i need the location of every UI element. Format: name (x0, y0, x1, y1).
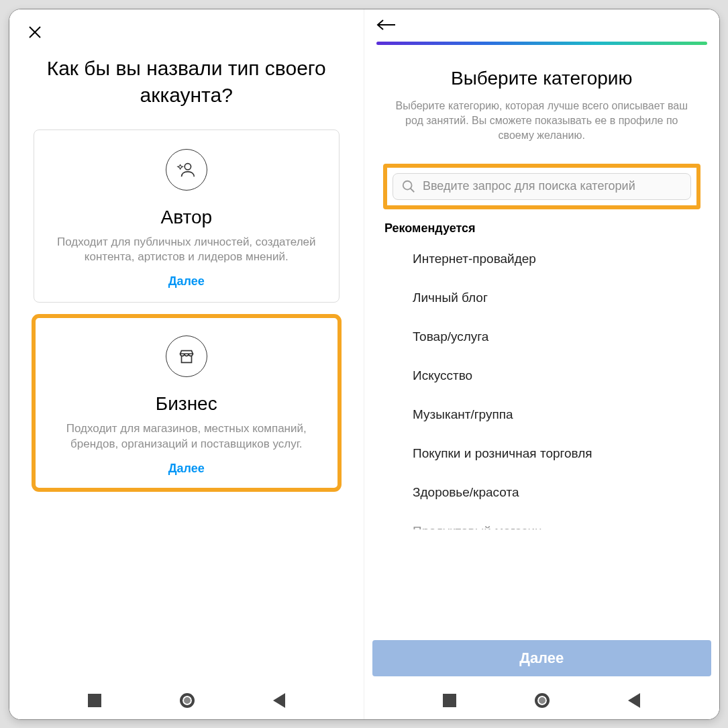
search-box[interactable] (393, 173, 691, 200)
close-button[interactable] (25, 23, 44, 42)
card-next-link[interactable]: Далее (48, 274, 326, 289)
search-highlight (383, 164, 700, 209)
category-item[interactable]: Музыкант/группа (383, 395, 700, 434)
search-icon (401, 179, 416, 194)
category-item[interactable]: Товар/услуга (383, 317, 700, 356)
nav-home-icon[interactable] (180, 693, 195, 708)
nav-back-icon[interactable] (628, 693, 640, 708)
card-title: Автор (48, 207, 326, 228)
category-search-input[interactable] (423, 179, 682, 193)
card-creator[interactable]: Автор Подходит для публичных личностей, … (34, 129, 340, 303)
card-next-link[interactable]: Далее (48, 462, 326, 476)
card-desc: Подходит для магазинов, местных компаний… (48, 421, 326, 452)
category-item[interactable]: Здоровье/красота (383, 473, 700, 512)
store-icon (166, 335, 207, 377)
next-button[interactable]: Далее (372, 640, 711, 676)
svg-point-2 (185, 163, 191, 169)
android-nav-bar (9, 682, 364, 719)
category-list: Интернет-провайдер Личный блог Товар/усл… (383, 240, 700, 633)
recommended-label: Рекомендуется (383, 221, 700, 236)
creator-icon (166, 149, 207, 191)
page-title: Выберите категорию (383, 68, 700, 89)
account-type-cards: Автор Подходит для публичных личностей, … (9, 129, 364, 490)
category-item[interactable]: Продуктовый магазин (383, 512, 700, 529)
card-desc: Подходит для публичных личностей, создат… (48, 235, 326, 266)
screen-account-type: Как бы вы назвали тип своего аккаунта? А… (9, 9, 365, 719)
close-icon (27, 24, 43, 40)
svg-point-4 (403, 180, 412, 189)
back-button[interactable] (376, 19, 398, 35)
android-nav-bar (364, 682, 719, 719)
nav-recent-icon[interactable] (88, 694, 101, 707)
category-item[interactable]: Покупки и розничная торговля (383, 434, 700, 473)
page-title: Как бы вы назвали тип своего аккаунта? (9, 42, 364, 129)
page-subtitle: Выберите категорию, которая лучше всего … (383, 99, 700, 144)
top-bar (9, 9, 364, 42)
dual-screenshot-frame: Как бы вы назвали тип своего аккаунта? А… (9, 9, 720, 720)
category-item[interactable]: Искусство (383, 356, 700, 395)
nav-home-icon[interactable] (535, 693, 550, 708)
card-business[interactable]: Бизнес Подходит для магазинов, местных к… (34, 316, 340, 490)
nav-back-icon[interactable] (273, 693, 285, 708)
category-item[interactable]: Интернет-провайдер (383, 240, 700, 278)
card-title: Бизнес (48, 393, 326, 415)
nav-recent-icon[interactable] (443, 694, 456, 707)
footer: Далее (364, 633, 719, 682)
category-item[interactable]: Личный блог (383, 278, 700, 317)
top-bar (364, 9, 719, 45)
arrow-left-icon (376, 19, 397, 31)
content: Выберите категорию Выберите категорию, к… (364, 45, 719, 633)
screen-select-category: Выберите категорию Выберите категорию, к… (364, 9, 719, 719)
svg-line-5 (411, 188, 415, 192)
